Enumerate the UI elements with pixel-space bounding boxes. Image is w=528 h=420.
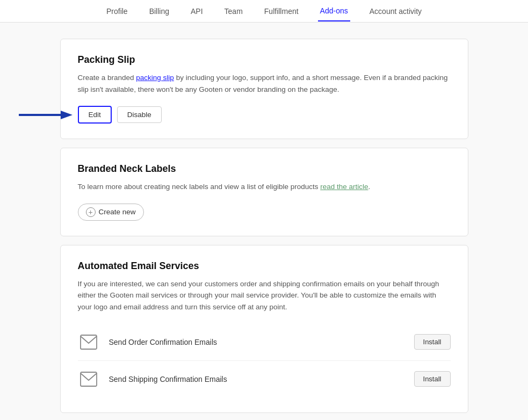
branded-neck-labels-desc: To learn more about creating neck labels… bbox=[78, 181, 451, 193]
automated-email-card: Automated Email Services If you are inte… bbox=[60, 245, 468, 413]
packing-slip-card: Packing Slip Create a branded packing sl… bbox=[60, 39, 468, 139]
plus-circle-icon: + bbox=[86, 207, 96, 217]
top-navigation: Profile Billing API Team Fulfillment Add… bbox=[0, 0, 528, 23]
nav-profile[interactable]: Profile bbox=[104, 2, 130, 21]
branded-neck-labels-actions: + Create new bbox=[78, 204, 451, 221]
install-order-email-button[interactable]: Install bbox=[414, 334, 451, 350]
create-new-label: Create new bbox=[99, 208, 136, 216]
svg-rect-2 bbox=[81, 335, 97, 349]
email-service-order: Send Order Confirmation Emails Install bbox=[78, 324, 451, 361]
packing-slip-title: Packing Slip bbox=[78, 54, 451, 66]
nav-api[interactable]: API bbox=[189, 2, 205, 21]
email-service-shipping: Send Shipping Confirmation Emails Instal… bbox=[78, 361, 451, 397]
svg-rect-3 bbox=[81, 372, 97, 386]
arrow-indicator bbox=[19, 107, 73, 123]
page-content: Packing Slip Create a branded packing sl… bbox=[49, 39, 479, 413]
email-icon-order bbox=[78, 331, 99, 353]
nav-team[interactable]: Team bbox=[222, 2, 245, 21]
create-new-button[interactable]: + Create new bbox=[78, 204, 144, 221]
edit-button[interactable]: Edit bbox=[78, 106, 112, 124]
email-services-list: Send Order Confirmation Emails Install S… bbox=[78, 324, 451, 397]
nav-addons[interactable]: Add-ons bbox=[318, 1, 350, 21]
order-email-label: Send Order Confirmation Emails bbox=[109, 338, 404, 346]
disable-button[interactable]: Disable bbox=[117, 106, 162, 123]
packing-slip-link[interactable]: packing slip bbox=[136, 74, 174, 82]
shipping-email-label: Send Shipping Confirmation Emails bbox=[109, 375, 404, 383]
branded-neck-labels-card: Branded Neck Labels To learn more about … bbox=[60, 148, 468, 236]
nav-account-activity[interactable]: Account activity bbox=[367, 2, 424, 21]
email-icon-shipping bbox=[78, 368, 99, 390]
read-article-link[interactable]: read the article bbox=[320, 183, 368, 191]
automated-email-title: Automated Email Services bbox=[78, 260, 451, 272]
nav-fulfillment[interactable]: Fulfillment bbox=[262, 2, 301, 21]
branded-neck-labels-title: Branded Neck Labels bbox=[78, 163, 451, 175]
packing-slip-desc: Create a branded packing slip by includi… bbox=[78, 72, 451, 95]
branded-neck-labels-desc-before: To learn more about creating neck labels… bbox=[78, 183, 321, 191]
nav-billing[interactable]: Billing bbox=[147, 2, 171, 21]
automated-email-desc: If you are interested, we can send your … bbox=[78, 278, 451, 313]
install-shipping-email-button[interactable]: Install bbox=[414, 371, 451, 387]
packing-slip-desc-before: Create a branded bbox=[78, 74, 136, 82]
packing-slip-actions: Edit Disable bbox=[78, 106, 451, 124]
branded-neck-labels-desc-after: . bbox=[368, 183, 371, 191]
svg-marker-1 bbox=[61, 111, 73, 119]
